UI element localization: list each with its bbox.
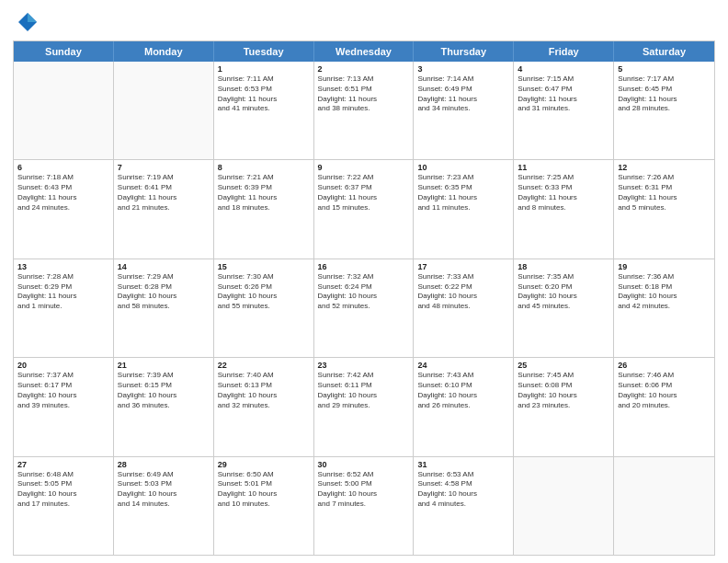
calendar-cell: 30Sunrise: 6:52 AMSunset: 5:00 PMDayligh…: [314, 457, 415, 555]
cell-text: Sunrise: 7:26 AMSunset: 6:31 PMDaylight:…: [618, 173, 711, 213]
calendar-cell: 14Sunrise: 7:29 AMSunset: 6:28 PMDayligh…: [114, 259, 214, 357]
calendar-cell: 13Sunrise: 7:28 AMSunset: 6:29 PMDayligh…: [14, 259, 114, 357]
day-number: 31: [417, 460, 509, 469]
day-number: 18: [518, 262, 609, 271]
calendar-cell: 4Sunrise: 7:15 AMSunset: 6:47 PMDaylight…: [514, 62, 614, 159]
calendar-week-4: 20Sunrise: 7:37 AMSunset: 6:17 PMDayligh…: [14, 358, 714, 456]
day-number: 3: [417, 64, 509, 74]
day-number: 23: [318, 361, 410, 370]
cell-text: Sunrise: 7:21 AMSunset: 6:39 PMDaylight:…: [218, 173, 310, 213]
day-number: 4: [518, 64, 609, 74]
calendar-cell: 2Sunrise: 7:13 AMSunset: 6:51 PMDaylight…: [314, 62, 415, 159]
cell-text: Sunrise: 7:11 AMSunset: 6:53 PMDaylight:…: [218, 75, 310, 114]
calendar-cell: 6Sunrise: 7:18 AMSunset: 6:43 PMDaylight…: [14, 160, 114, 258]
calendar-cell: 9Sunrise: 7:22 AMSunset: 6:37 PMDaylight…: [314, 160, 415, 258]
cell-text: Sunrise: 7:23 AMSunset: 6:35 PMDaylight:…: [417, 173, 509, 213]
calendar-header-row: SundayMondayTuesdayWednesdayThursdayFrid…: [14, 41, 714, 62]
logo-area: [13, 9, 42, 35]
calendar-header-monday: Monday: [114, 41, 214, 62]
day-number: 15: [218, 262, 310, 271]
calendar-cell: 24Sunrise: 7:43 AMSunset: 6:10 PMDayligh…: [414, 358, 514, 455]
calendar-cell: 1Sunrise: 7:11 AMSunset: 6:53 PMDaylight…: [214, 62, 314, 159]
calendar-header-thursday: Thursday: [414, 41, 514, 62]
calendar-cell: 23Sunrise: 7:42 AMSunset: 6:11 PMDayligh…: [314, 358, 415, 455]
calendar-cell: [14, 62, 114, 159]
calendar-cell: 8Sunrise: 7:21 AMSunset: 6:39 PMDaylight…: [214, 160, 314, 258]
calendar-header-friday: Friday: [514, 41, 614, 62]
calendar-cell: 3Sunrise: 7:14 AMSunset: 6:49 PMDaylight…: [414, 62, 514, 159]
cell-text: Sunrise: 7:46 AMSunset: 6:06 PMDaylight:…: [618, 371, 711, 410]
cell-text: Sunrise: 7:19 AMSunset: 6:41 PMDaylight:…: [118, 173, 210, 213]
cell-text: Sunrise: 7:43 AMSunset: 6:10 PMDaylight:…: [417, 371, 509, 410]
calendar-cell: 10Sunrise: 7:23 AMSunset: 6:35 PMDayligh…: [414, 160, 514, 258]
calendar-cell: 26Sunrise: 7:46 AMSunset: 6:06 PMDayligh…: [614, 358, 714, 455]
calendar-header-saturday: Saturday: [614, 41, 714, 62]
calendar-week-3: 13Sunrise: 7:28 AMSunset: 6:29 PMDayligh…: [14, 259, 714, 358]
calendar-cell: [114, 62, 214, 159]
day-number: 10: [417, 163, 509, 172]
calendar-cell: 20Sunrise: 7:37 AMSunset: 6:17 PMDayligh…: [14, 358, 114, 455]
calendar-cell: 12Sunrise: 7:26 AMSunset: 6:31 PMDayligh…: [614, 160, 714, 258]
calendar-cell: 15Sunrise: 7:30 AMSunset: 6:26 PMDayligh…: [214, 259, 314, 357]
calendar-cell: [514, 457, 614, 555]
header: [13, 9, 715, 35]
cell-text: Sunrise: 7:45 AMSunset: 6:08 PMDaylight:…: [518, 371, 609, 410]
day-number: 20: [17, 361, 109, 370]
cell-text: Sunrise: 7:42 AMSunset: 6:11 PMDaylight:…: [318, 371, 410, 410]
day-number: 11: [518, 163, 609, 172]
cell-text: Sunrise: 7:35 AMSunset: 6:20 PMDaylight:…: [518, 272, 609, 312]
cell-text: Sunrise: 7:33 AMSunset: 6:22 PMDaylight:…: [417, 272, 509, 312]
day-number: 13: [17, 262, 109, 271]
cell-text: Sunrise: 7:17 AMSunset: 6:45 PMDaylight:…: [618, 75, 711, 114]
cell-text: Sunrise: 7:28 AMSunset: 6:29 PMDaylight:…: [17, 272, 109, 312]
calendar-cell: 25Sunrise: 7:45 AMSunset: 6:08 PMDayligh…: [514, 358, 614, 455]
cell-text: Sunrise: 7:30 AMSunset: 6:26 PMDaylight:…: [218, 272, 310, 312]
calendar-week-1: 1Sunrise: 7:11 AMSunset: 6:53 PMDaylight…: [14, 62, 714, 160]
day-number: 25: [518, 361, 609, 370]
day-number: 30: [318, 460, 410, 469]
calendar-cell: 18Sunrise: 7:35 AMSunset: 6:20 PMDayligh…: [514, 259, 614, 357]
day-number: 28: [118, 460, 210, 469]
calendar-header-sunday: Sunday: [14, 41, 114, 62]
calendar-cell: 28Sunrise: 6:49 AMSunset: 5:03 PMDayligh…: [114, 457, 214, 555]
calendar-week-5: 27Sunrise: 6:48 AMSunset: 5:05 PMDayligh…: [14, 457, 714, 555]
cell-text: Sunrise: 7:18 AMSunset: 6:43 PMDaylight:…: [17, 173, 109, 213]
calendar-cell: 5Sunrise: 7:17 AMSunset: 6:45 PMDaylight…: [614, 62, 714, 159]
cell-text: Sunrise: 7:15 AMSunset: 6:47 PMDaylight:…: [518, 75, 609, 114]
calendar-body: 1Sunrise: 7:11 AMSunset: 6:53 PMDaylight…: [14, 62, 714, 555]
day-number: 6: [17, 163, 109, 172]
cell-text: Sunrise: 7:39 AMSunset: 6:15 PMDaylight:…: [118, 371, 210, 410]
calendar-cell: 27Sunrise: 6:48 AMSunset: 5:05 PMDayligh…: [14, 457, 114, 555]
cell-text: Sunrise: 6:52 AMSunset: 5:00 PMDaylight:…: [318, 470, 410, 510]
cell-text: Sunrise: 7:37 AMSunset: 6:17 PMDaylight:…: [17, 371, 109, 410]
calendar-cell: 16Sunrise: 7:32 AMSunset: 6:24 PMDayligh…: [314, 259, 415, 357]
day-number: 26: [618, 361, 711, 370]
calendar-cell: 17Sunrise: 7:33 AMSunset: 6:22 PMDayligh…: [414, 259, 514, 357]
calendar-week-2: 6Sunrise: 7:18 AMSunset: 6:43 PMDaylight…: [14, 160, 714, 259]
cell-text: Sunrise: 7:13 AMSunset: 6:51 PMDaylight:…: [318, 75, 410, 114]
cell-text: Sunrise: 6:53 AMSunset: 4:58 PMDaylight:…: [417, 470, 509, 510]
cell-text: Sunrise: 6:48 AMSunset: 5:05 PMDaylight:…: [17, 470, 109, 510]
day-number: 21: [118, 361, 210, 370]
logo-icon: [13, 9, 39, 35]
calendar-cell: 29Sunrise: 6:50 AMSunset: 5:01 PMDayligh…: [214, 457, 314, 555]
calendar-cell: 7Sunrise: 7:19 AMSunset: 6:41 PMDaylight…: [114, 160, 214, 258]
page: SundayMondayTuesdayWednesdayThursdayFrid…: [0, 0, 728, 563]
day-number: 24: [417, 361, 509, 370]
day-number: 29: [218, 460, 310, 469]
calendar: SundayMondayTuesdayWednesdayThursdayFrid…: [13, 40, 715, 556]
day-number: 2: [318, 64, 410, 74]
day-number: 8: [218, 163, 310, 172]
calendar-cell: [614, 457, 714, 555]
day-number: 12: [618, 163, 711, 172]
day-number: 7: [118, 163, 210, 172]
day-number: 5: [618, 64, 711, 74]
day-number: 9: [318, 163, 410, 172]
calendar-header-tuesday: Tuesday: [214, 41, 314, 62]
calendar-cell: 31Sunrise: 6:53 AMSunset: 4:58 PMDayligh…: [414, 457, 514, 555]
day-number: 27: [17, 460, 109, 469]
cell-text: Sunrise: 7:40 AMSunset: 6:13 PMDaylight:…: [218, 371, 310, 410]
calendar-cell: 19Sunrise: 7:36 AMSunset: 6:18 PMDayligh…: [614, 259, 714, 357]
day-number: 19: [618, 262, 711, 271]
day-number: 17: [417, 262, 509, 271]
